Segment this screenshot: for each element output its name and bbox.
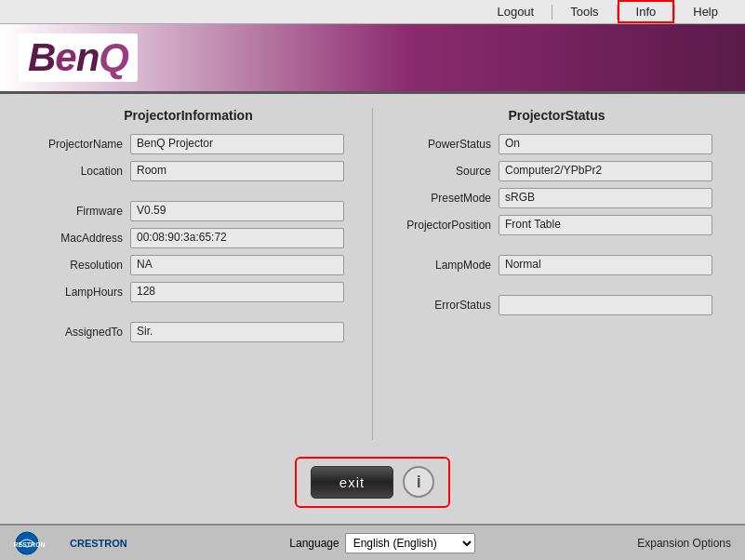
value-error-status [499, 295, 712, 315]
field-row-resolution: Resolution NA [19, 255, 358, 275]
label-lamp-mode: LampMode [387, 259, 499, 272]
label-location: Location [19, 165, 130, 178]
label-source: Source [387, 165, 499, 178]
main-content: ProjectorInformation ProjectorName BenQ … [0, 94, 745, 524]
header: BenQ [0, 24, 745, 94]
value-projector-position: Front Table [499, 215, 712, 235]
label-lamp-hours: LampHours [19, 286, 130, 299]
field-row-lamp-hours: LampHours 128 [19, 282, 358, 302]
value-mac: 00:08:90:3a:65:72 [130, 228, 344, 248]
nav-logout[interactable]: Logout [479, 1, 552, 22]
label-mac: MacAddress [19, 232, 130, 245]
nav-tools[interactable]: Tools [552, 1, 616, 22]
field-row-power: PowerStatus On [387, 134, 726, 154]
label-assigned-to: AssignedTo [19, 326, 130, 339]
value-lamp-hours: 128 [130, 282, 344, 302]
label-firmware: Firmware [19, 205, 130, 218]
field-row-source: Source Computer2/YPbPr2 [387, 161, 726, 181]
exit-button[interactable]: exit [311, 466, 393, 499]
value-resolution: NA [130, 255, 344, 275]
language-label: Language [289, 537, 339, 550]
top-nav: Logout Tools Info Help [0, 0, 745, 24]
projector-status-title: ProjectorStatus [387, 108, 726, 123]
nav-info[interactable]: Info [618, 0, 675, 23]
projector-info-title: ProjectorInformation [19, 108, 358, 123]
value-preset-mode: sRGB [499, 188, 712, 208]
expansion-options-link[interactable]: Expansion Options [637, 537, 731, 550]
language-section: Language English (English) [289, 533, 474, 553]
field-row-location: Location Room [19, 161, 358, 181]
label-projector-name: ProjectorName [19, 138, 130, 151]
crestron-logo-area: CRESTRON CRESTRON [14, 530, 127, 556]
info-icon-button[interactable]: i [403, 466, 434, 498]
field-row-firmware: Firmware V0.59 [19, 201, 358, 221]
projector-status-panel: ProjectorStatus PowerStatus On Source Co… [387, 108, 726, 440]
label-error-status: ErrorStatus [387, 299, 499, 312]
value-assigned-to: Sir. [130, 322, 344, 342]
field-row-lamp-mode: LampMode Normal [387, 255, 726, 275]
crestron-logo-svg: CRESTRON [14, 530, 65, 556]
label-resolution: Resolution [19, 259, 130, 272]
bottom-area: exit i [19, 449, 726, 514]
value-source: Computer2/YPbPr2 [499, 161, 712, 181]
field-row-mac: MacAddress 00:08:90:3a:65:72 [19, 228, 358, 248]
panel-divider [372, 108, 373, 440]
crestron-text: CRESTRON [70, 538, 127, 549]
label-preset-mode: PresetMode [387, 192, 499, 205]
nav-help[interactable]: Help [675, 1, 736, 22]
field-row-projector-position: ProjectorPosition Front Table [387, 215, 726, 235]
label-projector-position: ProjectorPosition [387, 219, 499, 232]
field-row-error-status: ErrorStatus [387, 295, 726, 315]
value-firmware: V0.59 [130, 201, 344, 221]
field-row-preset-mode: PresetMode sRGB [387, 188, 726, 208]
label-power: PowerStatus [387, 138, 499, 151]
exit-container: exit i [295, 457, 450, 508]
value-location: Room [130, 161, 344, 181]
field-row-assigned-to: AssignedTo Sir. [19, 322, 358, 342]
footer: CRESTRON CRESTRON Language English (Engl… [0, 524, 745, 560]
value-power: On [499, 134, 712, 154]
projector-info-panel: ProjectorInformation ProjectorName BenQ … [19, 108, 358, 440]
value-lamp-mode: Normal [499, 255, 712, 275]
value-projector-name: BenQ Projector [130, 134, 344, 154]
field-row-projector-name: ProjectorName BenQ Projector [19, 134, 358, 154]
language-select[interactable]: English (English) [345, 533, 475, 553]
benq-logo: BenQ [19, 33, 138, 82]
panels: ProjectorInformation ProjectorName BenQ … [19, 108, 726, 440]
